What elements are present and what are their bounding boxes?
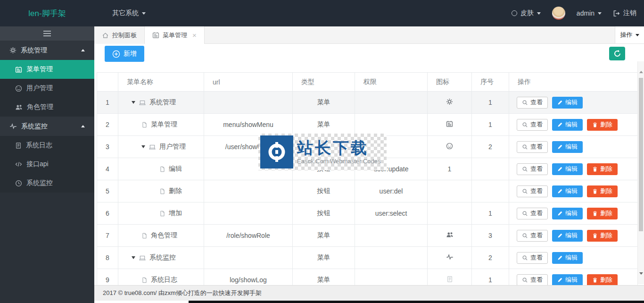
gear-icon xyxy=(446,98,453,105)
delete-button[interactable]: 删除 xyxy=(587,208,618,219)
sidebar-item-label: 接口api xyxy=(26,160,49,168)
watermark-subtitle: Easck.Com Webmaster Codes xyxy=(297,158,381,165)
column-header: 图标 xyxy=(428,73,472,92)
sidebar-section-system-monitor[interactable]: 系统监控 xyxy=(0,117,94,136)
sidebar-section-label: 系统管理 xyxy=(21,46,77,55)
tab-dashboard[interactable]: 控制面板 xyxy=(94,26,145,44)
gear-icon xyxy=(9,47,17,54)
tree-collapse-caret-icon[interactable] xyxy=(141,145,145,148)
folder-node-icon xyxy=(139,99,146,106)
skin-dropdown[interactable]: 皮肤 xyxy=(512,9,541,17)
order-cell: 2 xyxy=(472,136,509,158)
scrollbar-thumb[interactable] xyxy=(639,78,643,231)
row-number: 6 xyxy=(97,202,118,225)
sidebar-item-label: 系统监控 xyxy=(26,179,53,187)
delete-button-label: 删除 xyxy=(600,231,612,240)
pencil-icon xyxy=(557,188,563,194)
add-button[interactable]: 新增 xyxy=(105,46,144,62)
perm-cell xyxy=(355,92,428,114)
search-icon xyxy=(522,188,528,194)
tab-menu-management[interactable]: 菜单管理 × xyxy=(145,26,205,44)
scroll-up-arrow-icon[interactable] xyxy=(639,63,643,71)
tab-label: 菜单管理 xyxy=(163,31,187,40)
edit-button[interactable]: 编辑 xyxy=(552,208,583,219)
view-button[interactable]: 查看 xyxy=(517,185,548,197)
edit-button[interactable]: 编辑 xyxy=(552,141,583,153)
logout-button[interactable]: 注销 xyxy=(613,9,636,17)
view-button[interactable]: 查看 xyxy=(517,97,548,109)
delete-button[interactable]: 删除 xyxy=(587,274,618,286)
footer: 2017 © true08.com/ 由zxm倾心打造的一款快速开发脚手架 xyxy=(94,285,644,301)
trash-icon xyxy=(592,233,598,239)
view-button[interactable]: 查看 xyxy=(517,163,548,175)
type-cell: 菜单 xyxy=(293,92,355,114)
table-row: 8系统监控菜单2查看编辑 xyxy=(97,247,638,269)
actions-cell: 查看编辑删除 xyxy=(509,269,638,286)
menu-name-cell: 删除 xyxy=(118,180,204,202)
watermark-logo-icon xyxy=(260,135,293,168)
home-icon xyxy=(102,32,109,39)
tab-operations-dropdown[interactable]: 操作 xyxy=(615,26,644,43)
perm-cell: user:select xyxy=(355,202,428,225)
view-button-label: 查看 xyxy=(530,253,543,262)
user-dropdown[interactable]: admin xyxy=(577,9,602,17)
refresh-button[interactable] xyxy=(609,47,625,60)
url-cell xyxy=(204,180,293,202)
view-button-label: 查看 xyxy=(530,120,543,129)
sidebar-item[interactable]: 菜单管理 xyxy=(0,60,94,79)
sidebar-collapse-button[interactable] xyxy=(0,26,94,41)
search-icon xyxy=(522,233,528,239)
edit-button[interactable]: 编辑 xyxy=(552,119,583,131)
delete-button[interactable]: 删除 xyxy=(587,230,618,242)
table-row: 6增加按钮user:select1查看编辑删除 xyxy=(97,202,638,225)
view-button[interactable]: 查看 xyxy=(517,274,548,286)
sidebar-item[interactable]: 角色管理 xyxy=(0,98,94,117)
sidebar-item[interactable]: 系统日志 xyxy=(0,136,94,155)
menu-name: 角色管理 xyxy=(151,231,177,240)
view-button[interactable]: 查看 xyxy=(517,230,548,242)
pencil-icon xyxy=(557,210,563,216)
edit-button[interactable]: 编辑 xyxy=(552,97,583,109)
edit-button[interactable]: 编辑 xyxy=(552,252,583,264)
sidebar-item[interactable]: 用户管理 xyxy=(0,79,94,98)
vertical-scrollbar[interactable] xyxy=(637,61,644,284)
menu-name-cell: 菜单管理 xyxy=(118,114,204,136)
view-button-label: 查看 xyxy=(530,165,543,173)
edit-button[interactable]: 编辑 xyxy=(552,274,583,286)
view-button[interactable]: 查看 xyxy=(517,252,548,264)
delete-button[interactable]: 删除 xyxy=(587,119,618,131)
avatar[interactable] xyxy=(552,7,565,20)
chevron-down-icon xyxy=(636,34,639,36)
url-cell: /role/showRole xyxy=(204,225,293,247)
edit-button[interactable]: 编辑 xyxy=(552,185,583,197)
folder-node-icon xyxy=(149,143,156,150)
actions-cell: 查看编辑删除 xyxy=(509,158,638,180)
file-node-icon xyxy=(141,277,148,284)
actions-cell: 查看编辑 xyxy=(509,136,638,158)
delete-button[interactable]: 删除 xyxy=(587,163,618,175)
view-button[interactable]: 查看 xyxy=(517,119,548,131)
tree-collapse-caret-icon[interactable] xyxy=(132,256,135,259)
sidebar-item[interactable]: 接口api xyxy=(0,155,94,174)
view-button[interactable]: 查看 xyxy=(517,141,548,153)
tree-collapse-caret-icon[interactable] xyxy=(132,101,135,104)
refresh-icon xyxy=(613,50,621,58)
sidebar-item[interactable]: 系统监控 xyxy=(0,174,94,193)
scroll-down-arrow-icon[interactable] xyxy=(639,275,643,282)
perm-cell xyxy=(355,247,428,269)
table-row: 7角色管理/role/showRole菜单3查看编辑删除 xyxy=(97,225,638,247)
sidebar-section-system-management[interactable]: 系统管理 xyxy=(0,41,94,60)
delete-button[interactable]: 删除 xyxy=(587,185,618,197)
other-systems-dropdown[interactable]: 其它系统 xyxy=(112,9,146,17)
edit-button[interactable]: 编辑 xyxy=(552,163,583,175)
table-row: 1系统管理菜单1查看编辑 xyxy=(97,92,638,114)
view-button[interactable]: 查看 xyxy=(517,208,548,219)
icon-cell xyxy=(428,225,472,247)
sidebar-item-label: 系统日志 xyxy=(26,141,52,150)
actions-cell: 查看编辑删除 xyxy=(509,114,638,136)
edit-button[interactable]: 编辑 xyxy=(552,230,583,242)
trash-icon xyxy=(592,188,598,194)
plus-circle-icon xyxy=(112,50,120,58)
search-icon xyxy=(522,210,528,217)
close-icon[interactable]: × xyxy=(192,32,197,39)
